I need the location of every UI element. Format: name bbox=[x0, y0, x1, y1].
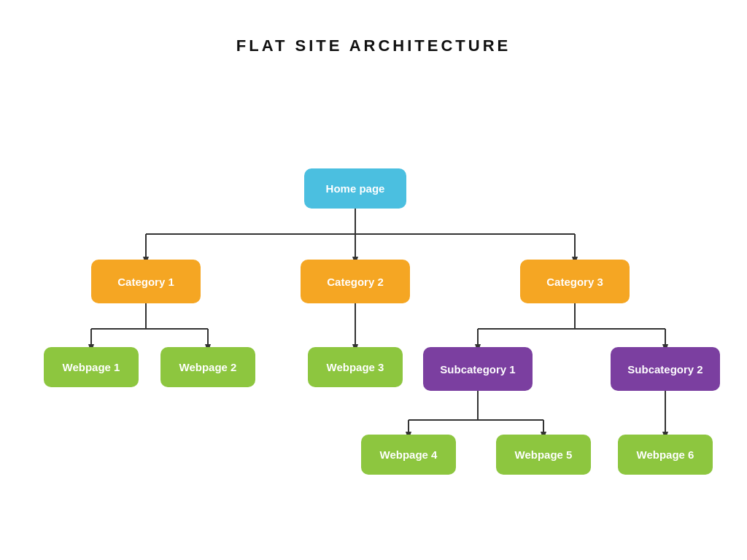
category1-node: Category 1 bbox=[91, 260, 201, 303]
webpage3-node: Webpage 3 bbox=[308, 347, 403, 387]
page-title: FLAT SITE ARCHITECTURE bbox=[0, 0, 747, 55]
connectors-svg bbox=[0, 63, 747, 559]
category2-node: Category 2 bbox=[301, 260, 410, 303]
homepage-node: Home page bbox=[304, 168, 406, 209]
webpage5-node: Webpage 5 bbox=[496, 435, 591, 475]
webpage1-node: Webpage 1 bbox=[44, 347, 139, 387]
webpage4-node: Webpage 4 bbox=[361, 435, 456, 475]
diagram: Home page Category 1 Category 2 Category… bbox=[0, 63, 747, 559]
subcategory2-node: Subcategory 2 bbox=[611, 347, 720, 391]
subcategory1-node: Subcategory 1 bbox=[423, 347, 533, 391]
webpage6-node: Webpage 6 bbox=[618, 435, 713, 475]
category3-node: Category 3 bbox=[520, 260, 630, 303]
webpage2-node: Webpage 2 bbox=[160, 347, 255, 387]
